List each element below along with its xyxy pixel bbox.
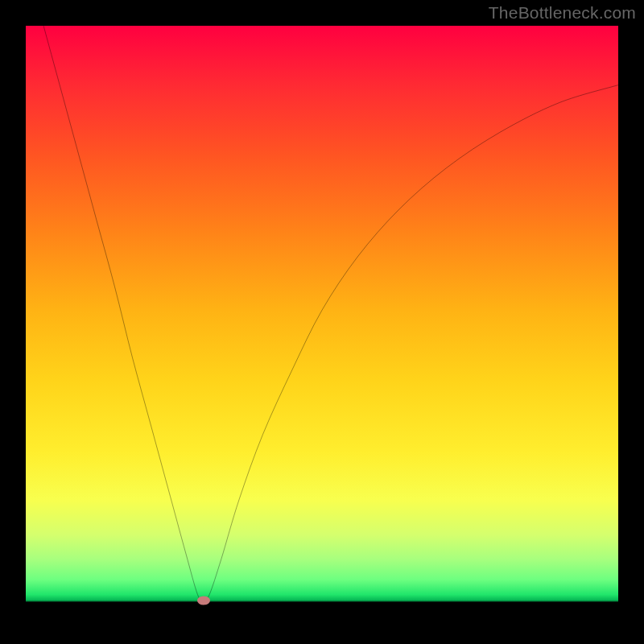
bottleneck-curve: [43, 26, 618, 601]
watermark-text: TheBottleneck.com: [489, 3, 636, 23]
curve-layer: [26, 26, 618, 618]
plot-area: [26, 26, 618, 618]
optimal-point-marker: [197, 596, 210, 605]
chart-stage: TheBottleneck.com: [0, 0, 644, 644]
